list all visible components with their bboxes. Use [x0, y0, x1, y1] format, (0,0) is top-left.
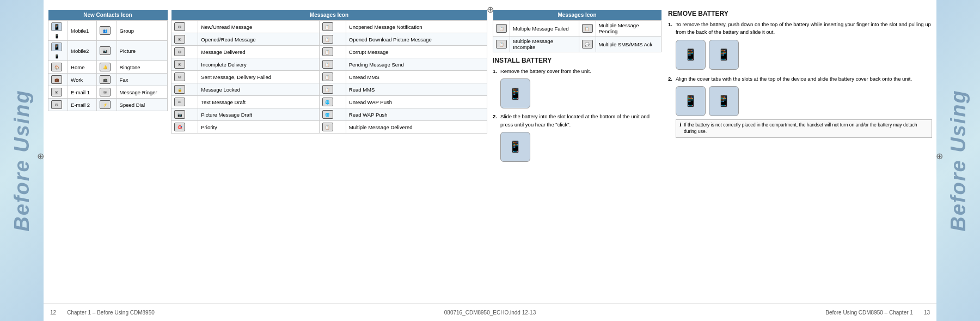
- pending-send-icon: 📋: [322, 60, 333, 69]
- label-cell: Opened Download Picture Message: [346, 33, 487, 46]
- battery-note-box: ℹ If the battery is not correctly placed…: [676, 119, 932, 138]
- home-icon: 🏠: [51, 63, 62, 71]
- icon-cell: 🔔: [97, 61, 117, 74]
- mobile2-icon: 📱: [51, 43, 62, 51]
- icon-cell: ⚡: [97, 99, 117, 111]
- right-full-right: REMOVE BATTERY 1. To remove the battery,…: [668, 10, 932, 162]
- ringtone-icon: 🔔: [100, 63, 111, 71]
- icon-cell: 📋: [319, 21, 346, 33]
- multi-incompite-icon: 📋: [496, 40, 507, 49]
- contacts-table-wrapper: New Contacts Icon 📱 Mobile1 👥 Group: [48, 10, 168, 134]
- speeddial-icon: ⚡: [100, 100, 111, 109]
- label-cell: Read MMS: [346, 83, 487, 96]
- label-cell: Home: [68, 61, 97, 74]
- table-row: 🔒 Message Locked 📋 Read MMS: [171, 83, 487, 96]
- label-cell: Read WAP Push: [346, 108, 487, 121]
- remove-phone-illustration-1: 📱: [676, 40, 706, 70]
- table-row: ✉ E-mail 2 ⚡ Speed Dial: [48, 99, 168, 111]
- install-step-2-text: Slide the battery into the slot located …: [500, 113, 661, 129]
- label-cell: Mobile1: [68, 21, 97, 41]
- table-row: 📋 Multiple Message Failed 📋 Multiple Mes…: [493, 21, 661, 37]
- icon-cell: 👥: [97, 21, 117, 41]
- page-number-left: 12: [50, 310, 56, 316]
- multi-failed-icon: 📋: [496, 24, 507, 33]
- crosshair-top: ⊕: [487, 4, 494, 15]
- label-cell: E-mail 2: [68, 99, 97, 111]
- bottom-bar-right: Before Using CDM8950 – Chapter 1 13: [825, 310, 930, 316]
- step-num-2: 2.: [493, 113, 497, 129]
- label-cell: Picture Message Draft: [198, 108, 319, 121]
- unread-wap-icon: 🌐: [322, 98, 333, 106]
- table-row: ✏ Text Message Draft 🌐 Unread WAP Push: [171, 96, 487, 108]
- icon-cell: 📋: [319, 33, 346, 46]
- messages-table-left: Messages Icon ✉ New/Unread Message 📋 Uno…: [171, 10, 487, 134]
- icon-cell: 🏠: [48, 61, 68, 74]
- table-row: ✉ Message Delivered 📋 Corrupt Message: [171, 46, 487, 58]
- note-icon: ℹ: [679, 122, 681, 129]
- icon-cell: ✏: [171, 96, 198, 108]
- unopened-notif-icon: 📋: [322, 22, 333, 31]
- icon-cell: 📋: [319, 58, 346, 71]
- icon-cell: ✉: [171, 46, 198, 58]
- left-page: ⊕ New Contacts Icon 📱 Mobile1: [48, 10, 487, 301]
- incomplete-icon: ✉: [174, 60, 185, 69]
- label-cell: Text Message Draft: [198, 96, 319, 108]
- remove-battery-title: REMOVE BATTERY: [668, 10, 932, 17]
- remove-step-num-2: 2.: [668, 75, 672, 83]
- icon-cell: 📋: [319, 46, 346, 58]
- icon-cell: ✉: [171, 58, 198, 71]
- label-cell: Ringtone: [117, 61, 167, 74]
- icon-cell: 🌐: [319, 108, 346, 121]
- label-cell: Unopened Message Notification: [346, 21, 487, 33]
- remove-step-num-1: 1.: [668, 21, 672, 28]
- group-icon: 👥: [100, 26, 111, 35]
- icon-cell: 📋: [319, 71, 346, 83]
- bottom-bar-left: 12 Chapter 1 – Before Using CDM8950: [50, 310, 155, 316]
- read-wap-icon: 🌐: [322, 110, 333, 119]
- icon-cell: 📋: [319, 121, 346, 134]
- pic-draft-icon: 📷: [174, 110, 185, 119]
- icon-cell: 📱: [48, 41, 68, 61]
- icon-cell: ✉: [171, 71, 198, 83]
- right-full: Messages Icon 📋 Multiple Message Failed …: [493, 10, 932, 162]
- table-row: 📱 Mobile2 📷 Picture: [48, 41, 168, 61]
- label-cell: Unread WAP Push: [346, 96, 487, 108]
- label-cell: Multiple Message Incompite: [510, 37, 579, 52]
- icon-cell: 📋: [493, 37, 510, 52]
- table-row: 📋 Multiple Message Incompite 💬 Multiple …: [493, 37, 661, 52]
- install-step-1: 1. Remove the battery cover from the uni…: [493, 68, 661, 75]
- label-cell: Multiple Message Delivered: [346, 121, 487, 134]
- messages-table-right-body: 📋 Multiple Message Failed 📋 Multiple Mes…: [493, 21, 661, 52]
- messages-table-wrapper-left: Messages Icon ✉ New/Unread Message 📋 Uno…: [171, 10, 487, 134]
- remove-step-2: 2. Align the cover tabs with the slots a…: [668, 75, 932, 138]
- right-full-left: Messages Icon 📋 Multiple Message Failed …: [493, 10, 661, 162]
- label-cell: Message Locked: [198, 83, 319, 96]
- label-cell: Message Delivered: [198, 46, 319, 58]
- delivered-icon: ✉: [174, 47, 185, 56]
- install-phone-illustration-1: 📱: [500, 78, 530, 108]
- icon-cell: 🔒: [171, 83, 198, 96]
- remove-phone-illustration-2: 📱: [709, 40, 739, 70]
- icon-cell: ✉: [48, 99, 68, 111]
- work-icon: 💼: [51, 75, 62, 84]
- icon-cell: 📋: [493, 21, 510, 37]
- install-phone-illustration-2: 📱: [500, 132, 530, 162]
- label-cell: Corrupt Message: [346, 46, 487, 58]
- icon-cell: ✉: [97, 86, 117, 99]
- crosshair-right: ⊕: [936, 150, 943, 161]
- table-row: ✉ Incomplete Delivery 📋 Pending Message …: [171, 58, 487, 71]
- icon-cell: ✉: [48, 86, 68, 99]
- install-battery-section: INSTALL BATTERY 1. Remove the battery co…: [493, 57, 661, 162]
- multi-delivered-icon: 📋: [322, 123, 333, 131]
- messages-table-left-body: ✉ New/Unread Message 📋 Unopened Message …: [171, 21, 487, 134]
- icon-cell: 📷: [97, 41, 117, 61]
- table-row: ✉ New/Unread Message 📋 Unopened Message …: [171, 21, 487, 33]
- icon-cell: 📋: [579, 21, 596, 37]
- left-bg-text: Before Using: [10, 89, 34, 231]
- icon-cell: 💼: [48, 74, 68, 86]
- label-cell: New/Unread Message: [198, 21, 319, 33]
- chapter-label-right: Before Using CDM8950 – Chapter 1: [825, 310, 913, 316]
- table-row: 📷 Picture Message Draft 🌐 Read WAP Push: [171, 108, 487, 121]
- pages-wrapper: ⊕ New Contacts Icon 📱 Mobile1: [44, 0, 936, 321]
- table-row: 📱 Mobile1 👥 Group: [48, 21, 168, 41]
